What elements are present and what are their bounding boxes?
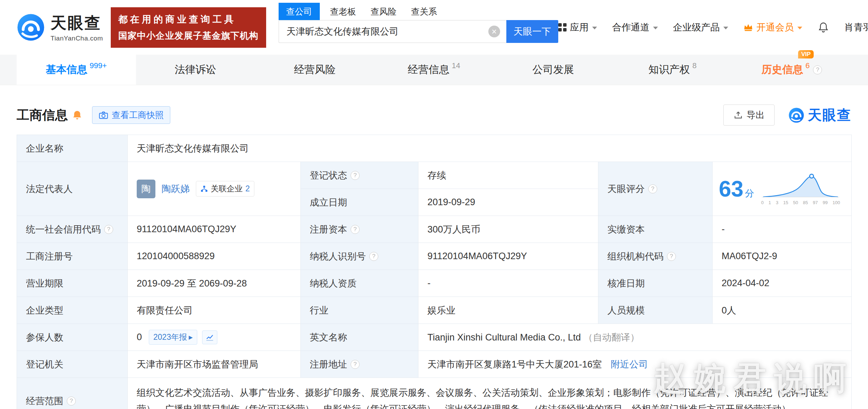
insured-count: 0 <box>137 332 142 343</box>
subscribe-bell-icon[interactable] <box>72 110 82 120</box>
chevron-down-icon <box>592 27 597 29</box>
search-box: × 天眼一下 <box>279 20 558 43</box>
clear-icon[interactable]: × <box>488 26 500 37</box>
bell-icon <box>817 21 829 33</box>
legal-rep-avatar[interactable]: 陶 <box>137 180 155 198</box>
search-input-wrap: × <box>279 20 506 43</box>
uscc-value: 91120104MA06TQJ29Y <box>128 216 301 243</box>
search-tab-relation[interactable]: 查关系 <box>411 3 437 20</box>
related-companies-tag[interactable]: 关联企业 2 <box>196 181 254 197</box>
reg-status-value: 存续 <box>418 162 598 189</box>
search-tab-risk[interactable]: 查风险 <box>371 3 397 20</box>
tab-history-info[interactable]: VIP 历史信息 6 ? <box>732 55 851 85</box>
help-icon[interactable]: ? <box>648 184 657 193</box>
table-row: 营业期限 2019-09-29 至 2069-09-28 纳税人资质 - 核准日… <box>17 270 852 297</box>
address-label: 注册地址? <box>301 351 418 378</box>
related-companies-count: 2 <box>245 184 250 193</box>
tab-business-risk[interactable]: 经营风险 <box>255 55 374 85</box>
business-info-table: 企业名称 天津昕态文化传媒有限公司 法定代表人 陶 陶跃娣 <box>17 135 852 409</box>
search-tabs: 查公司 查老板 查风险 查关系 <box>279 3 558 20</box>
search-tab-boss[interactable]: 查老板 <box>330 3 356 20</box>
nav-open-membership[interactable]: 开通会员 <box>743 21 802 34</box>
promo-line-1: 都在用的商业查询工具 <box>118 13 259 26</box>
nav-enterprise-label: 企业级产品 <box>673 21 720 34</box>
insured-label: 参保人数 <box>17 324 128 351</box>
taxpayer-quality-label: 纳税人资质 <box>301 270 418 297</box>
export-button-label: 导出 <box>747 109 765 121</box>
search-button[interactable]: 天眼一下 <box>506 20 558 43</box>
business-term-label: 营业期限 <box>17 270 128 297</box>
top-header: 天眼查 TianYanCha.com 都在用的商业查询工具 国家中小企业发展子基… <box>0 0 868 55</box>
table-row: 企业类型 有限责任公司 行业 娱乐业 人员规模 0人 <box>17 297 852 324</box>
taxpayer-id-value: 91120104MA06TQJ29Y <box>418 243 598 270</box>
promo-line-2: 国家中小企业发展子基金旗下机构 <box>118 30 259 42</box>
nav-cooperation[interactable]: 合作通道 <box>612 21 658 34</box>
tab-label: 经营信息 <box>408 63 449 77</box>
table-row: 参保人数 0 2023年报▸ <box>17 324 852 351</box>
snapshot-button[interactable]: 查看工商快照 <box>92 106 170 124</box>
help-icon[interactable]: ? <box>351 225 360 234</box>
tab-company-development[interactable]: 公司发展 <box>494 55 613 85</box>
help-icon[interactable]: ? <box>351 360 360 369</box>
table-row: 法定代表人 陶 陶跃娣 关联企业 <box>17 162 852 189</box>
paid-capital-label: 实缴资本 <box>598 216 713 243</box>
search-input[interactable] <box>279 26 488 37</box>
tab-legal-litigation[interactable]: 法律诉讼 <box>136 55 255 85</box>
help-icon[interactable]: ? <box>104 225 113 234</box>
uscc-label: 统一社会信用代码? <box>17 216 128 243</box>
establish-date-value: 2019-09-29 <box>418 189 598 216</box>
legal-rep-link[interactable]: 陶跃娣 <box>162 183 190 195</box>
company-type-label: 企业类型 <box>17 297 128 324</box>
tianyancha-brand-icon <box>788 107 804 123</box>
english-name-value: Tianjin Xinshi Cultural Media Co., Ltd （… <box>418 324 852 351</box>
help-icon[interactable]: ? <box>667 252 676 261</box>
export-icon <box>733 110 743 120</box>
tab-badge: 6 <box>805 61 810 70</box>
nav-cooperation-label: 合作通道 <box>612 21 650 34</box>
help-icon[interactable]: ? <box>67 397 76 406</box>
tab-business-info[interactable]: 经营信息14 <box>374 55 494 85</box>
camera-icon <box>99 110 108 120</box>
english-name-label: 英文名称 <box>301 324 418 351</box>
notification-bell[interactable] <box>817 21 829 33</box>
nav-enterprise-products[interactable]: 企业级产品 <box>673 21 728 34</box>
business-scope-label: 经营范围? <box>17 378 128 409</box>
staff-size-value: 0人 <box>713 297 852 324</box>
reg-capital-label: 注册资本? <box>301 216 418 243</box>
related-companies-label: 关联企业 <box>211 183 243 194</box>
section-title: 工商信息 <box>17 107 68 124</box>
legal-rep-label: 法定代表人 <box>17 162 128 216</box>
nav-apps[interactable]: 应用 <box>558 21 597 34</box>
tianyancha-brand-mark: 天眼查 <box>788 106 851 125</box>
tab-intellectual-property[interactable]: 知识产权8 <box>613 55 732 85</box>
section-right-tools: 导出 天眼查 <box>723 104 851 126</box>
nearby-companies-link[interactable]: 附近公司 <box>611 359 648 370</box>
user-menu[interactable]: 肖青羽 <box>844 21 868 34</box>
tab-basic-info[interactable]: 基本信息999+ <box>17 55 136 85</box>
taxpayer-quality-value: - <box>418 270 598 297</box>
score-number: 63 <box>719 176 743 202</box>
help-icon[interactable]: ? <box>813 65 822 74</box>
score-axis-ticks: 0131550859799100 <box>761 200 840 205</box>
crown-icon <box>743 23 753 31</box>
logo-title: 天眼查 <box>51 12 103 34</box>
reg-authority-label: 登记机关 <box>17 351 128 378</box>
help-icon[interactable]: ? <box>369 252 378 261</box>
org-code-label: 组织机构代码? <box>598 243 713 270</box>
arrow-right-icon: ▸ <box>189 333 193 342</box>
industry-value: 娱乐业 <box>418 297 598 324</box>
establish-date-label: 成立日期 <box>301 189 418 216</box>
table-row: 统一社会信用代码? 91120104MA06TQJ29Y 注册资本? 300万人… <box>17 216 852 243</box>
tyc-score-value: 63 分 0131550859799100 <box>713 162 852 216</box>
approval-date-value: 2024-04-02 <box>713 270 852 297</box>
tianyancha-logo[interactable]: 天眼查 TianYanCha.com <box>17 12 103 42</box>
insured-trend-icon[interactable] <box>202 330 217 344</box>
tab-label: 经营风险 <box>294 63 335 77</box>
tab-label: 基本信息 <box>46 63 87 77</box>
search-tab-company[interactable]: 查公司 <box>279 3 320 20</box>
export-button[interactable]: 导出 <box>723 104 775 126</box>
help-icon[interactable]: ? <box>351 171 360 180</box>
company-name-value: 天津昕态文化传媒有限公司 <box>128 135 852 162</box>
auto-translate-note: （自动翻译） <box>584 332 640 343</box>
annual-report-link[interactable]: 2023年报▸ <box>149 330 197 345</box>
